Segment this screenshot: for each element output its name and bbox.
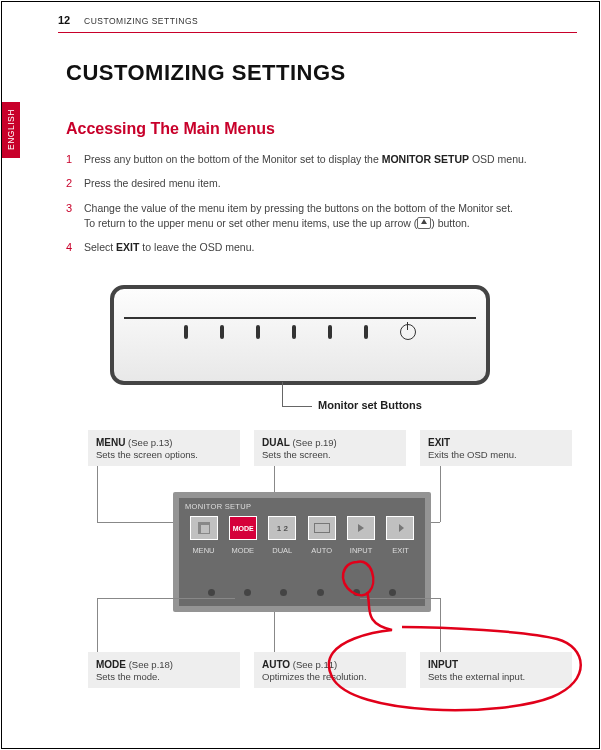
leader-line — [282, 382, 283, 406]
up-arrow-icon — [417, 217, 431, 229]
osd-dot — [389, 589, 396, 596]
osd-label: MENU — [188, 546, 218, 555]
desc-auto: AUTO (See p.11) Optimizes the resolution… — [254, 652, 406, 688]
monitor-illustration — [110, 285, 490, 385]
osd-dot — [244, 589, 251, 596]
header-section-label: CUSTOMIZING SETTINGS — [84, 16, 198, 26]
button-slot — [364, 325, 368, 339]
osd-icon-menu — [190, 516, 218, 540]
osd-dot — [280, 589, 287, 596]
osd-label: AUTO — [307, 546, 337, 555]
button-slot — [256, 325, 260, 339]
osd-dot — [317, 589, 324, 596]
step-1: 1 Press any button on the bottom of the … — [66, 152, 569, 167]
button-slot — [292, 325, 296, 339]
desc-mode: MODE (See p.18) Sets the mode. — [88, 652, 240, 688]
osd-label: EXIT — [386, 546, 416, 555]
step-2: 2 Press the desired menu item. — [66, 176, 569, 191]
osd-icon-mode: MODE — [229, 516, 257, 540]
osd-label: MODE — [228, 546, 258, 555]
step-4: 4 Select EXIT to leave the OSD menu. — [66, 240, 569, 255]
header-rule — [58, 32, 577, 33]
osd-label: INPUT — [346, 546, 376, 555]
osd-icon-dual: 1 2 — [268, 516, 296, 540]
power-icon — [400, 324, 416, 340]
button-slot — [220, 325, 224, 339]
osd-label: DUAL — [267, 546, 297, 555]
page-title: CUSTOMIZING SETTINGS — [66, 60, 346, 86]
leader-line — [282, 406, 312, 407]
section-subtitle: Accessing The Main Menus — [66, 120, 275, 138]
monitor-buttons-row — [114, 325, 486, 341]
desc-dual: DUAL (See p.19) Sets the screen. — [254, 430, 406, 466]
osd-title: MONITOR SETUP — [185, 502, 251, 511]
monitor-bezel — [110, 285, 490, 385]
osd-icon-auto — [308, 516, 336, 540]
osd-dot — [353, 589, 360, 596]
osd-panel: MONITOR SETUP MODE 1 2 MENU MODE DUAL AU… — [173, 492, 431, 612]
osd-icon-exit — [386, 516, 414, 540]
button-slot — [184, 325, 188, 339]
step-3: 3 Change the value of the menu item by p… — [66, 201, 569, 231]
page-number: 12 — [58, 14, 70, 26]
monitor-caption: Monitor set Buttons — [318, 399, 422, 411]
osd-dot — [208, 589, 215, 596]
language-tab: ENGLISH — [2, 102, 20, 158]
desc-exit: EXIT Exits the OSD menu. — [420, 430, 572, 466]
desc-menu: MENU (See p.13) Sets the screen options. — [88, 430, 240, 466]
button-slot — [328, 325, 332, 339]
steps-list: 1 Press any button on the bottom of the … — [66, 152, 569, 265]
desc-input: INPUT Sets the external input. — [420, 652, 572, 688]
osd-icon-input — [347, 516, 375, 540]
manual-page: 12 CUSTOMIZING SETTINGS ENGLISH CUSTOMIZ… — [1, 1, 600, 749]
